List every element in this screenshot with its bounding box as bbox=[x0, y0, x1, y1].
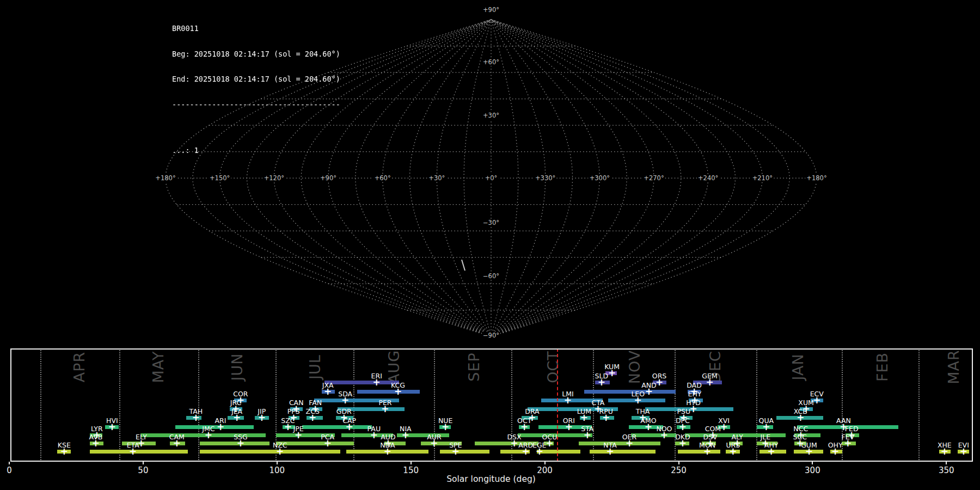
shower-peak-marker: + bbox=[797, 413, 804, 422]
shower-peak-marker: + bbox=[205, 431, 212, 440]
shower-peak-marker: + bbox=[536, 447, 543, 456]
shower-peak-marker: + bbox=[608, 369, 616, 378]
axis-tick bbox=[678, 462, 679, 464]
shower-peak-marker: + bbox=[232, 405, 240, 414]
shower-activity-bar bbox=[276, 442, 354, 445]
shower-peak-marker: + bbox=[217, 422, 224, 432]
longitude-label: +270° bbox=[642, 174, 665, 182]
shower-peak-marker: + bbox=[645, 387, 653, 396]
shower-peak-marker: + bbox=[805, 447, 813, 456]
month-boundary-line bbox=[918, 348, 920, 462]
shower-peak-marker: + bbox=[802, 405, 810, 414]
month-boundary-line bbox=[40, 348, 41, 462]
shower-peak-marker: + bbox=[430, 439, 438, 448]
shower-peak-marker: + bbox=[660, 431, 668, 440]
month-label: MAR bbox=[945, 350, 961, 384]
current-sol-line bbox=[557, 348, 558, 462]
month-boundary-line bbox=[119, 348, 120, 462]
shower-peak-marker: + bbox=[324, 387, 332, 396]
axis-tick bbox=[143, 462, 144, 464]
latitude-label: +60° bbox=[482, 58, 500, 66]
shower-peak-marker: + bbox=[691, 396, 699, 405]
shower-peak-marker: + bbox=[292, 405, 300, 414]
x-axis-title: Solar longitude (deg) bbox=[446, 474, 536, 484]
shower-peak-marker: + bbox=[848, 431, 855, 440]
shower-peak-marker: + bbox=[689, 405, 697, 414]
shower-peak-marker: + bbox=[598, 378, 605, 387]
month-label: NOV bbox=[626, 350, 643, 384]
axis-tick bbox=[277, 462, 278, 464]
latitude-label: +30° bbox=[482, 112, 500, 119]
shower-peak-marker: + bbox=[941, 447, 948, 456]
shower-peak-marker: + bbox=[394, 387, 402, 396]
shower-peak-marker: + bbox=[295, 431, 302, 440]
shower-peak-marker: + bbox=[564, 396, 572, 405]
shower-peak-marker: + bbox=[565, 422, 573, 432]
plot-header: BR0011 Beg: 20251018 02:14:17 (sol = 204… bbox=[172, 8, 340, 163]
shower-activity-bar bbox=[631, 433, 676, 437]
shower-peak-marker: + bbox=[639, 413, 646, 422]
shower-activity-bar bbox=[302, 425, 372, 429]
shower-peak-marker: + bbox=[381, 405, 389, 414]
shower-peak-marker: + bbox=[546, 439, 553, 448]
month-label: JAN bbox=[789, 353, 806, 380]
shower-peak-marker: + bbox=[690, 387, 698, 396]
shower-peak-marker: + bbox=[340, 413, 348, 422]
shower-peak-marker: + bbox=[60, 447, 68, 456]
month-label: APR bbox=[70, 352, 87, 383]
shower-peak-marker: + bbox=[402, 431, 409, 440]
longitude-label: +90° bbox=[319, 174, 338, 182]
shower-peak-marker: + bbox=[452, 447, 460, 456]
shower-peak-marker: + bbox=[345, 422, 353, 432]
shower-peak-marker: + bbox=[108, 422, 116, 432]
longitude-label: +150° bbox=[209, 174, 231, 182]
longitude-label: +180° bbox=[154, 174, 176, 182]
longitude-label: +60° bbox=[373, 174, 392, 182]
axis-tick-label: 300 bbox=[805, 465, 820, 475]
shower-peak-marker: + bbox=[237, 396, 244, 405]
shower-peak-marker: + bbox=[237, 439, 244, 448]
shower-peak-marker: + bbox=[680, 413, 688, 422]
longitude-label: +0° bbox=[484, 174, 499, 182]
shower-peak-marker: + bbox=[370, 431, 378, 440]
axis-tick-label: 150 bbox=[403, 465, 419, 475]
shower-activity-bar bbox=[579, 442, 660, 445]
shower-peak-marker: + bbox=[594, 405, 602, 414]
axis-tick-label: 350 bbox=[939, 465, 954, 475]
shower-peak-marker: + bbox=[634, 396, 642, 405]
shower-activity-bar bbox=[678, 450, 720, 454]
radiant-count: ...: 1 bbox=[172, 146, 340, 155]
shower-activity-bar bbox=[200, 442, 270, 445]
shower-peak-marker: + bbox=[813, 396, 820, 405]
shower-peak-marker: + bbox=[831, 447, 839, 456]
month-label: OCT bbox=[544, 351, 561, 383]
axis-tick-label: 100 bbox=[269, 465, 285, 475]
shower-peak-marker: + bbox=[233, 413, 241, 422]
shower-activity-bar bbox=[90, 450, 188, 454]
shower-peak-marker: + bbox=[173, 439, 181, 448]
shower-activity-bar bbox=[440, 450, 489, 454]
shower-activity-bar bbox=[584, 390, 676, 394]
month-boundary-line bbox=[198, 348, 199, 462]
axis-tick bbox=[411, 462, 412, 464]
shower-peak-marker: + bbox=[960, 447, 967, 456]
meteor-shower-plot-window: { "header": { "title": "BR0011", "beg": … bbox=[0, 0, 980, 490]
latitude-label: −60° bbox=[482, 272, 500, 280]
shower-peak-marker: + bbox=[645, 422, 652, 432]
shower-peak-marker: + bbox=[442, 422, 449, 432]
longitude-label: +240° bbox=[697, 174, 719, 182]
shower-peak-marker: + bbox=[341, 396, 349, 405]
shower-activity-bar bbox=[357, 390, 420, 394]
shower-peak-marker: + bbox=[258, 413, 266, 422]
shower-peak-marker: + bbox=[733, 439, 741, 448]
longitude-label: +120° bbox=[263, 174, 285, 182]
shower-peak-marker: + bbox=[129, 447, 137, 456]
longitude-label: +180° bbox=[805, 174, 828, 182]
shower-peak-marker: + bbox=[276, 447, 284, 456]
shower-peak-marker: + bbox=[137, 439, 145, 448]
axis-tick-label: 0 bbox=[7, 465, 12, 475]
axis-tick bbox=[946, 462, 947, 464]
shower-peak-marker: + bbox=[679, 422, 687, 432]
month-label: SEP bbox=[465, 352, 482, 381]
shower-peak-marker: + bbox=[840, 422, 847, 432]
